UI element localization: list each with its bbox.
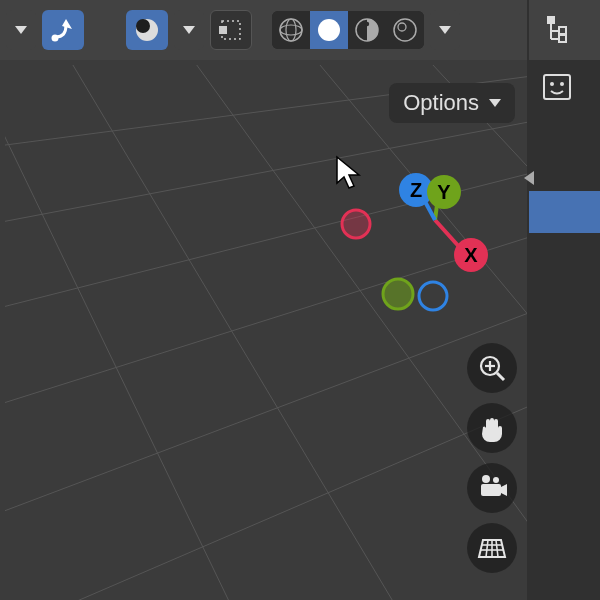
grid-overlay xyxy=(5,65,527,600)
mouse-cursor xyxy=(335,155,365,191)
3d-viewport[interactable]: Options Z Y X xyxy=(0,60,527,600)
gizmo-x-handle[interactable]: X xyxy=(454,238,488,272)
camera-icon xyxy=(476,472,508,504)
nav-zoom-button[interactable] xyxy=(467,343,517,393)
gizmo-z-label: Z xyxy=(410,179,422,201)
svg-line-30 xyxy=(497,373,504,380)
chevron-down-icon xyxy=(489,99,501,107)
snap-button[interactable] xyxy=(210,10,252,50)
shading-wireframe[interactable] xyxy=(272,11,310,49)
svg-point-31 xyxy=(482,475,490,483)
viewport-options-dropdown[interactable]: Options xyxy=(389,83,515,123)
chevron-down-icon xyxy=(15,26,27,34)
svg-point-7 xyxy=(286,19,296,41)
viewport-header xyxy=(0,0,527,60)
gizmo-y-label: Y xyxy=(437,181,451,203)
chevron-down-icon xyxy=(183,26,195,34)
gizmo-neg-z-handle[interactable] xyxy=(419,282,447,310)
3d-viewport-canvas[interactable]: Options Z Y X xyxy=(5,65,527,600)
svg-point-12 xyxy=(398,23,406,31)
snap-icon xyxy=(216,15,246,45)
navigation-gizmo[interactable]: Z Y X xyxy=(340,150,510,320)
pivot-dropdown-chevron[interactable] xyxy=(174,10,204,50)
chevron-down-icon xyxy=(439,26,451,34)
svg-rect-44 xyxy=(559,35,566,42)
svg-point-8 xyxy=(318,19,340,41)
gizmo-y-handle[interactable]: Y xyxy=(427,175,461,209)
view-layer-icon[interactable] xyxy=(543,74,571,100)
svg-rect-39 xyxy=(547,16,555,24)
gizmo-neg-y-handle[interactable] xyxy=(383,279,413,309)
svg-line-20 xyxy=(55,65,425,600)
gizmo-neg-x-handle[interactable] xyxy=(342,210,370,238)
svg-point-5 xyxy=(280,19,302,41)
curve-arrow-icon xyxy=(48,15,78,45)
svg-line-36 xyxy=(496,540,498,557)
zoom-icon xyxy=(477,353,507,383)
curve-tool-button[interactable] xyxy=(42,10,84,50)
nav-pan-button[interactable] xyxy=(467,403,517,453)
svg-rect-45 xyxy=(544,75,570,99)
svg-point-10 xyxy=(365,22,369,26)
svg-rect-33 xyxy=(481,484,501,496)
perspective-grid-icon xyxy=(477,533,507,563)
svg-line-19 xyxy=(5,75,255,600)
pivot-point-dropdown[interactable] xyxy=(126,10,168,50)
nav-camera-button[interactable] xyxy=(467,463,517,513)
outliner-panel xyxy=(527,0,600,600)
svg-rect-4 xyxy=(219,26,227,34)
options-label: Options xyxy=(403,90,479,116)
svg-point-2 xyxy=(136,19,150,33)
gizmo-x-label: X xyxy=(464,244,478,266)
svg-point-6 xyxy=(280,25,302,35)
sphere-rendered-icon xyxy=(391,16,419,44)
hand-icon xyxy=(476,412,508,444)
svg-point-47 xyxy=(560,82,564,86)
shading-rendered[interactable] xyxy=(386,11,424,49)
svg-point-46 xyxy=(550,82,554,86)
sphere-lookdev-icon xyxy=(353,16,381,44)
pivot-icon xyxy=(132,15,162,45)
outliner-body[interactable] xyxy=(529,60,600,600)
svg-line-18 xyxy=(5,395,527,600)
shading-dropdown-chevron[interactable] xyxy=(430,10,460,50)
transform-orientation-dropdown[interactable] xyxy=(6,10,36,50)
outliner-selected-row[interactable] xyxy=(529,191,600,233)
svg-line-34 xyxy=(486,540,488,557)
viewport-side-nav xyxy=(467,343,517,573)
sphere-flat-icon xyxy=(315,16,343,44)
shading-solid[interactable] xyxy=(310,11,348,49)
collapse-left-icon[interactable] xyxy=(524,171,534,185)
globe-icon xyxy=(277,16,305,44)
shading-lookdev[interactable] xyxy=(348,11,386,49)
outliner-header xyxy=(529,0,600,60)
svg-point-32 xyxy=(493,477,499,483)
svg-rect-42 xyxy=(559,27,566,34)
outliner-icon[interactable] xyxy=(544,13,578,47)
nav-ortho-button[interactable] xyxy=(467,523,517,573)
viewport-shading-segmented xyxy=(272,11,424,49)
